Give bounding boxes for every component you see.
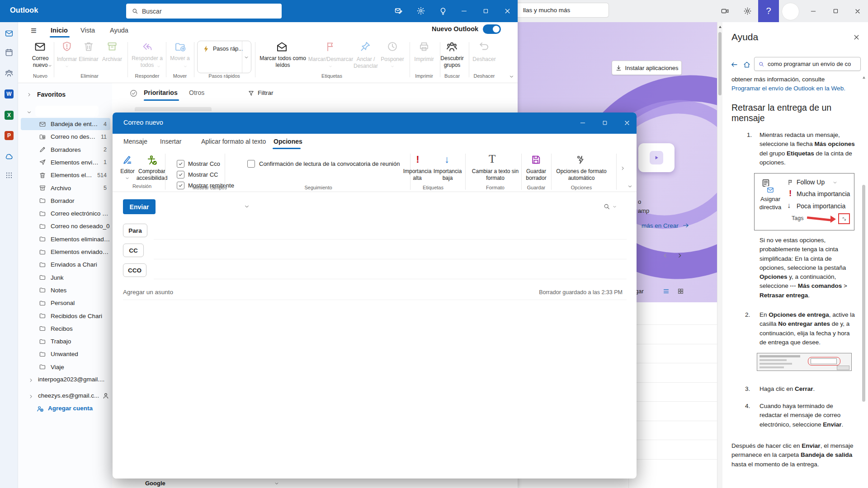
tips-icon[interactable] [439,6,448,15]
list-group-label[interactable]: Google [145,480,165,487]
feedback-icon[interactable] [394,6,403,15]
ribbon-more-icon[interactable] [620,165,626,171]
new-outlook-toggle[interactable] [483,24,501,34]
help-search-box[interactable]: como programar un envío de co [754,57,861,71]
folder-item[interactable]: Personal [21,297,110,309]
minimize-icon[interactable] [460,7,468,15]
tab-focused[interactable]: Prioritarios [144,89,178,96]
chevron-right-icon[interactable] [28,394,34,399]
compose-tab-formato[interactable]: Aplicar formato al texto [201,138,266,145]
chevron-right-icon[interactable] [26,92,32,98]
people-rail-icon[interactable] [4,68,14,78]
calendar-rail-icon[interactable] [4,47,14,57]
quick-steps-box[interactable]: Pasos ráp... [197,41,251,73]
chevron-down-icon[interactable] [612,204,617,209]
folder-item[interactable]: Correo no deseado_0 [21,220,110,232]
print-button[interactable]: Imprimir [410,56,438,63]
page-prev-icon[interactable] [661,252,669,259]
list-view-icon[interactable] [662,287,670,295]
show-bcc-checkbox[interactable]: Mostrar Cco [177,160,220,168]
folder-item[interactable]: Correo no deseado11 [21,131,110,143]
tab-other[interactable]: Otros [189,89,204,96]
help-scrollbar[interactable] [862,72,866,488]
maximize-icon[interactable] [602,120,608,126]
accessibility-button[interactable]: Comprobar accesibilidad [134,168,170,182]
onedrive-rail-icon[interactable] [4,151,14,161]
chevron-down-icon[interactable] [244,203,250,210]
folder-item[interactable]: Viaje [21,361,110,373]
zoom-icon[interactable] [603,203,610,210]
close-icon[interactable] [854,8,861,15]
close-icon[interactable] [623,119,631,127]
scrollbar-thumb[interactable] [718,32,722,95]
to-button[interactable]: Para [123,224,147,237]
save-draft-button[interactable]: Guardar borrador [522,168,550,182]
powerpoint-rail-icon[interactable]: P [4,131,14,141]
folder-item[interactable]: Recibidos de Chari [21,310,110,322]
video-icon[interactable] [721,7,729,15]
close-icon[interactable] [504,7,511,15]
tab-vista[interactable]: Vista [80,27,95,34]
folder-item[interactable]: Elementos enviados_0 [21,246,110,258]
folder-item[interactable]: Borradores2 [21,144,110,156]
more-in-create-link[interactable]: más en Crear [642,222,689,229]
compose-tab-mensaje[interactable]: Mensaje [123,138,147,145]
folder-item[interactable]: Elementos eliminados_0 [21,233,110,245]
folder-item[interactable]: Notes [21,284,110,296]
folder-item[interactable]: Bandeja de entrada4 [21,118,110,130]
send-button[interactable]: Enviar [123,199,156,214]
help-intro-link[interactable]: Programar el envío de Outlook en la Web. [731,84,856,93]
gear-icon[interactable] [743,7,752,15]
archive-button[interactable]: Archivar [99,56,126,63]
chevron-down-icon[interactable] [274,481,279,486]
ribbon-collapse-icon[interactable] [509,74,514,80]
help-scrollbar-thumb[interactable] [862,185,865,402]
delete-button[interactable]: Eliminar [75,56,102,63]
folder-item[interactable]: Borrador [21,195,110,207]
account-item[interactable]: interpoga2023@gmail.... [38,376,104,383]
filter-button[interactable]: Filtrar [258,89,274,96]
subject-placeholder[interactable]: Agregar un asunto [123,289,173,296]
folder-item[interactable]: Enviados a Chari [21,258,110,271]
maximize-icon[interactable] [832,8,839,14]
tab-ayuda[interactable]: Ayuda [110,27,128,34]
account-item[interactable]: cheezys.es@gmail.c... [38,392,99,399]
plain-text-button[interactable]: Cambiar a texto sin formato [467,168,524,182]
to-field[interactable] [154,226,627,239]
excel-rail-icon[interactable]: X [4,110,14,120]
folder-item[interactable]: Junk [21,272,110,284]
flag-button[interactable]: Marcar/Desmarcar [305,56,357,63]
avatar[interactable] [782,3,799,20]
select-all-icon[interactable] [129,89,138,98]
cc-button[interactable]: CC [123,244,144,257]
move-button[interactable]: Mover a [169,55,191,62]
hamburger-icon[interactable]: ≡ [31,25,37,37]
cc-field[interactable] [154,246,627,259]
new-mail-icon[interactable] [34,41,46,53]
minimize-icon[interactable] [579,119,586,127]
minimize-icon[interactable] [810,8,817,15]
install-apps-button[interactable]: Instalar aplicaciones [612,61,682,75]
compose-tab-opciones[interactable]: Opciones [274,138,302,145]
favorites-label[interactable]: Favoritos [37,91,66,98]
chevron-down-icon[interactable] [26,109,32,115]
show-cc-checkbox[interactable]: Mostrar CC [177,171,218,178]
word-rail-icon[interactable]: W [4,89,14,99]
folder-item[interactable]: Elementos enviados1 [21,156,110,169]
help-button[interactable]: ? [758,0,779,22]
grid-view-icon[interactable] [677,287,684,295]
apps-rail-icon[interactable] [4,170,14,180]
help-home-icon[interactable] [743,61,751,69]
folder-item[interactable]: Trabajo [21,335,110,347]
folder-item[interactable]: Correo electrónico no de... [21,207,110,220]
pin-button[interactable]: Anclar / Desanclar [350,56,381,70]
high-importance-button[interactable]: Importancia alta [402,168,433,182]
maximize-icon[interactable] [482,8,489,14]
ribbon-collapse-icon[interactable] [627,183,633,189]
scroll-up-arrow[interactable] [719,26,722,28]
chevron-right-icon[interactable] [28,377,34,383]
snooze-button[interactable]: Posponer [378,56,406,63]
mark-all-read-button[interactable]: Marcar todos como leídos [257,55,309,69]
bcc-button[interactable]: CCO [123,263,146,277]
tab-inicio[interactable]: Inicio [51,27,68,34]
